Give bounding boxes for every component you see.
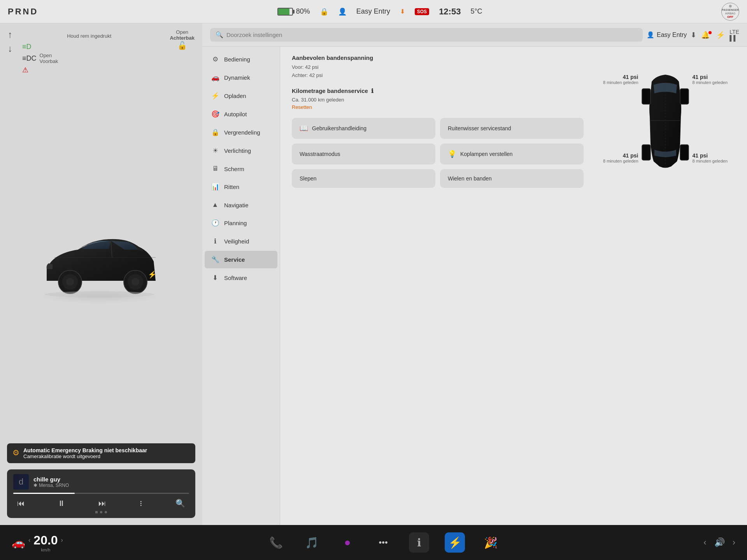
dot3 xyxy=(105,511,107,513)
svg-text:⚡: ⚡ xyxy=(148,270,157,279)
arrow-down-icon: ↓ xyxy=(8,43,12,54)
battery-percent: 80% xyxy=(296,7,310,16)
taskbar-left: 🚗 ‹ 20.0 › km/h xyxy=(12,533,63,552)
airbag-badge: ⊗ PASSENGER AIRBAG OFF xyxy=(721,3,739,21)
chevron-right-icon[interactable]: › xyxy=(733,537,735,548)
menu-item-autopilot[interactable]: 🎯 Autopilot xyxy=(205,105,277,123)
bell-container: 🔔 xyxy=(701,31,712,39)
dots-icon[interactable]: ••• xyxy=(373,532,393,553)
next-button[interactable]: ⏭ xyxy=(98,499,106,508)
opladen-label: Opladen xyxy=(224,93,246,99)
notification-dot xyxy=(708,31,712,34)
settings-body: ⚙ Bediening 🚗 Dynamiek ⚡ Opladen 🎯 Autop… xyxy=(202,47,747,525)
header-icons: ⬇ 🔔 ⚡ LTE▌▌ xyxy=(691,29,739,41)
bediening-icon: ⚙ xyxy=(211,55,219,63)
front-trunk-row: ≡DC Open Voorbak xyxy=(22,52,156,64)
menu-item-navigatie[interactable]: ▲ Navigatie xyxy=(205,196,277,214)
autopilot-icon: 🎯 xyxy=(211,110,219,118)
time-display: 12:53 xyxy=(439,7,461,17)
search-music-button[interactable]: 🔍 xyxy=(175,499,185,508)
tire-left: Aanbevolen bandenspanning Voor: 42 psi A… xyxy=(292,54,584,194)
speed-value: 20.0 xyxy=(33,533,58,548)
lock-icon: 🔒 xyxy=(320,7,328,16)
dynamiek-label: Dynamiek xyxy=(224,74,250,81)
wielen-banden-button[interactable]: Wielen en banden xyxy=(440,169,584,188)
dot2 xyxy=(100,511,102,513)
prnd-indicator: PRND xyxy=(8,7,38,17)
party-icon[interactable]: 🎉 xyxy=(480,532,501,553)
svg-rect-14 xyxy=(680,145,689,160)
headlights-icon: ≡D xyxy=(22,43,32,51)
menu-item-ritten[interactable]: 📊 Ritten xyxy=(205,178,277,196)
volume-display: 🔊 xyxy=(714,537,725,548)
houd-rem-label: Houd rem ingedrukt xyxy=(16,31,162,41)
sos-badge[interactable]: SOS xyxy=(415,8,429,15)
progress-fill xyxy=(13,493,75,494)
pause-button[interactable]: ⏸ xyxy=(58,499,65,508)
menu-item-software[interactable]: ⬇ Software xyxy=(205,269,277,287)
vergrendeling-label: Vergrendeling xyxy=(224,129,260,136)
planning-icon: 🕐 xyxy=(211,219,219,227)
menu-item-bediening[interactable]: ⚙ Bediening xyxy=(205,51,277,68)
svg-point-5 xyxy=(66,278,74,286)
menu-item-scherm[interactable]: 🖥 Scherm xyxy=(205,160,277,177)
koplampen-button[interactable]: 💡 Koplampen verstellen xyxy=(440,144,584,164)
achterbak-label: Achterbak xyxy=(170,35,195,41)
easy-entry-top[interactable]: Easy Entry xyxy=(356,7,390,16)
svg-point-10 xyxy=(45,291,154,298)
info-taskbar-icon[interactable]: ℹ xyxy=(409,532,429,553)
equalizer-button[interactable]: ⫶ xyxy=(139,499,143,508)
slepen-button[interactable]: Slepen xyxy=(292,169,435,188)
menu-item-verlichting[interactable]: ☀ Verlichting xyxy=(205,142,277,159)
chevron-left-icon[interactable]: ‹ xyxy=(703,537,706,548)
vergrendeling-icon: 🔒 xyxy=(211,128,219,136)
speed-display: ‹ 20.0 › km/h xyxy=(28,533,63,552)
menu-item-veiligheid[interactable]: ℹ Veiligheid xyxy=(205,233,277,250)
top-bar-center: 80% 🔒 👤 Easy Entry ⬇ SOS 12:53 5°C xyxy=(46,7,714,17)
easy-entry-settings: 👤 Easy Entry xyxy=(647,31,687,38)
music-thumbnail: d xyxy=(13,474,29,490)
veiligheid-label: Veiligheid xyxy=(224,238,249,245)
warning-title: Automatic Emergency Braking niet beschik… xyxy=(23,447,147,453)
bediening-label: Bediening xyxy=(224,56,250,63)
warning-text: Automatic Emergency Braking niet beschik… xyxy=(23,447,147,459)
bluetooth-settings-icon[interactable]: ⚡ xyxy=(716,31,725,39)
phone-icon[interactable]: 📞 xyxy=(266,532,286,553)
svg-rect-12 xyxy=(680,89,689,104)
search-container[interactable]: 🔍 xyxy=(210,28,643,42)
search-bar: 🔍 👤 Easy Entry ⬇ 🔔 ⚡ LTE▌▌ xyxy=(202,23,747,47)
music-taskbar-icon[interactable]: 🎵 xyxy=(302,532,322,553)
signal-icon: LTE▌▌ xyxy=(729,29,739,41)
taskbar-car-icon[interactable]: 🚗 xyxy=(12,536,25,549)
bluetooth-taskbar-icon[interactable]: ⚡ xyxy=(445,532,465,553)
buttons-grid: 📖 Gebruikershandleiding Ruitenwisser ser… xyxy=(292,118,584,188)
menu-item-opladen[interactable]: ⚡ Opladen xyxy=(205,87,277,105)
speed-arrow-right[interactable]: › xyxy=(61,537,63,544)
wasstraatmodus-button[interactable]: Wasstraatmodus xyxy=(292,144,435,164)
progress-bar[interactable] xyxy=(13,493,189,494)
speed-arrow-left[interactable]: ‹ xyxy=(28,537,30,544)
menu-item-dynamiek[interactable]: 🚗 Dynamiek xyxy=(205,69,277,86)
tp-front-left: 41 psi 8 minuten geleden xyxy=(603,74,638,85)
book-icon: 📖 xyxy=(300,124,308,133)
reset-link[interactable]: Resetten xyxy=(292,104,584,110)
koplampen-label: Koplampen verstellen xyxy=(460,151,513,157)
gebruikershandleiding-button[interactable]: 📖 Gebruikershandleiding xyxy=(292,118,435,139)
music-header: d chille guy ✱ Mensa, SRNO xyxy=(13,474,189,490)
warning-row: ⚠ xyxy=(22,66,156,74)
menu-item-vergrendeling[interactable]: 🔒 Vergrendeling xyxy=(205,124,277,141)
light-icon: 💡 xyxy=(448,150,456,158)
car-status-icons: ↑ ↓ Houd rem ingedrukt ≡D ≡DC Open Voorb… xyxy=(4,27,198,78)
scherm-label: Scherm xyxy=(224,166,244,172)
menu-item-service[interactable]: 🔧 Service xyxy=(205,251,277,268)
search-input[interactable] xyxy=(226,32,637,38)
software-icon: ⬇ xyxy=(211,274,219,282)
camera-taskbar-icon[interactable]: ● xyxy=(337,532,358,553)
open-voorbak-label: Open Voorbak xyxy=(40,52,58,64)
rr-time: 8 minuten geleden xyxy=(692,159,728,163)
volume-icon[interactable]: 🔊 xyxy=(714,537,725,548)
rl-time: 8 minuten geleden xyxy=(603,159,638,163)
ruitenwisser-button[interactable]: Ruitenwisser servicestand xyxy=(440,118,584,139)
prev-button[interactable]: ⏮ xyxy=(17,499,25,508)
menu-item-planning[interactable]: 🕐 Planning xyxy=(205,214,277,232)
